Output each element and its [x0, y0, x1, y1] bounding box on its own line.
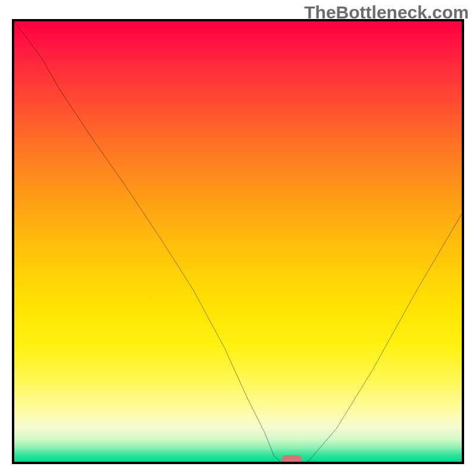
plot-frame	[12, 19, 464, 464]
curve-path	[14, 21, 462, 464]
minimum-marker	[281, 455, 302, 464]
curve-layer	[14, 21, 462, 464]
chart-container: TheBottleneck.com	[0, 0, 476, 476]
